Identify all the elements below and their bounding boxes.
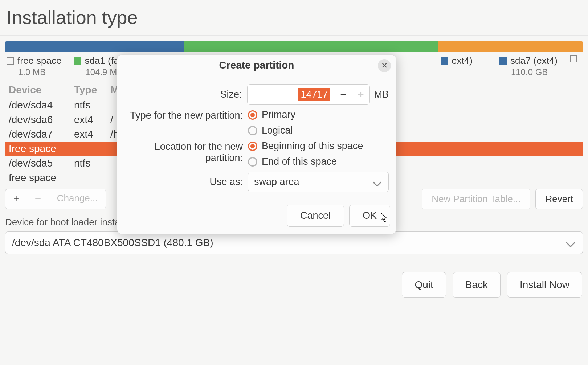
bootloader-device-value: /dev/sda ATA CT480BX500SSD1 (480.1 GB) (12, 237, 213, 249)
cell-device: /dev/sda4 (9, 99, 74, 111)
header-type: Type (74, 84, 110, 96)
legend-item (570, 55, 581, 77)
ok-button[interactable]: OK (349, 205, 390, 227)
radio-primary[interactable]: Primary (248, 109, 295, 120)
legend-item: free space1.0 MB (7, 55, 61, 77)
chevron-down-icon (372, 177, 381, 186)
legend-label: free space (17, 55, 61, 66)
legend-item: ext4) (441, 55, 473, 77)
size-label: Size: (121, 89, 247, 100)
radio-primary-label: Primary (262, 109, 295, 120)
install-now-button[interactable]: Install Now (507, 272, 582, 298)
size-unit: MB (374, 89, 389, 100)
change-partition-button[interactable]: Change... (49, 189, 106, 209)
dialog-title: Create partition (219, 60, 294, 71)
swatch-icon (74, 57, 81, 65)
revert-button[interactable]: Revert (535, 189, 583, 209)
size-input[interactable]: 14717 (248, 85, 335, 104)
legend-label: sda1 (fa (85, 55, 119, 66)
radio-icon (248, 157, 257, 167)
size-decrement-button[interactable]: − (335, 86, 352, 103)
cell-device: /dev/sda5 (9, 157, 74, 169)
radio-icon (248, 110, 257, 120)
cell-type (74, 172, 110, 184)
radio-icon (248, 142, 257, 151)
close-button[interactable]: ✕ (378, 59, 391, 72)
cell-mount: / (110, 114, 113, 126)
legend-item: sda1 (fa104.9 MB (74, 55, 123, 77)
remove-partition-button[interactable]: – (27, 189, 48, 209)
cell-type: ext4 (74, 114, 110, 126)
usage-segment (438, 41, 583, 52)
legend-sublabel: 104.9 MB (74, 67, 123, 77)
cell-device: /dev/sda6 (9, 114, 74, 126)
size-input-value: 14717 (298, 88, 330, 101)
use-as-label: Use as: (121, 176, 248, 188)
usage-segment (184, 41, 438, 52)
cell-type: ext4 (74, 128, 110, 140)
swatch-icon (441, 57, 448, 65)
wizard-footer: Quit Back Install Now (5, 272, 583, 298)
radio-logical[interactable]: Logical (248, 125, 295, 136)
radio-beginning[interactable]: Beginning of this space (248, 140, 363, 152)
use-as-value: swap area (254, 176, 299, 188)
usage-segment (5, 41, 184, 52)
quit-button[interactable]: Quit (402, 272, 446, 298)
close-icon: ✕ (381, 61, 388, 70)
cell-device: free space (9, 143, 74, 155)
radio-logical-label: Logical (262, 125, 293, 136)
radio-icon (248, 126, 257, 135)
radio-end[interactable]: End of this space (248, 156, 363, 167)
swatch-icon (499, 57, 507, 65)
partition-location-label: Location for the new partition: (121, 140, 248, 164)
legend-label: ext4) (452, 55, 473, 66)
create-partition-dialog: Create partition ✕ Size: 14717 − + MB Ty… (117, 54, 396, 234)
partition-type-label: Type for the new partition: (121, 109, 248, 121)
disk-usage-bar (5, 41, 583, 52)
add-partition-button[interactable]: + (5, 189, 27, 209)
size-spinbox[interactable]: 14717 − + (247, 84, 370, 105)
cell-type: ntfs (74, 99, 110, 111)
legend-sublabel: 1.0 MB (7, 67, 61, 77)
cell-type (74, 143, 110, 155)
new-partition-table-button[interactable]: New Partition Table... (422, 189, 530, 209)
page-title: Installation type (0, 0, 588, 35)
cancel-button[interactable]: Cancel (287, 205, 344, 227)
bootloader-device-select[interactable]: /dev/sda ATA CT480BX500SSD1 (480.1 GB) (5, 231, 583, 254)
header-device: Device (9, 84, 74, 96)
swatch-icon (7, 57, 14, 65)
use-as-select[interactable]: swap area (248, 172, 389, 192)
legend-sublabel: 110.0 GB (499, 67, 558, 77)
cell-device: free space (9, 172, 74, 184)
swatch-icon (570, 55, 577, 62)
legend-label: sda7 (ext4) (510, 55, 558, 66)
back-button[interactable]: Back (453, 272, 501, 298)
radio-beginning-label: Beginning of this space (262, 140, 363, 152)
chevron-down-icon (566, 238, 575, 247)
size-increment-button[interactable]: + (352, 86, 369, 103)
cell-device: /dev/sda7 (9, 128, 74, 140)
radio-end-label: End of this space (262, 156, 337, 167)
cell-type: ntfs (74, 157, 110, 169)
legend-item: sda7 (ext4)110.0 GB (499, 55, 558, 77)
